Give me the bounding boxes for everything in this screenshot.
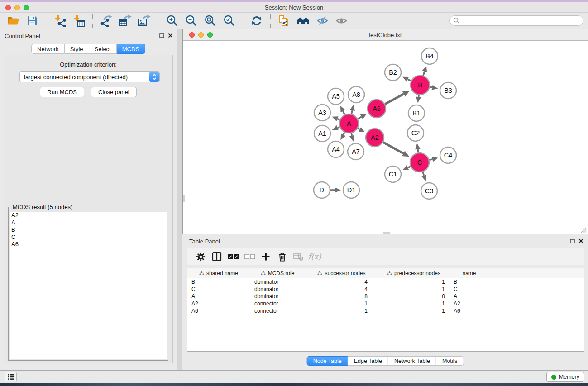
- graph-edge-B-B4[interactable]: [423, 71, 425, 76]
- graph-edge-A-A5[interactable]: [343, 111, 345, 114]
- graph-edge-C-C3[interactable]: [423, 172, 424, 176]
- vertical-scrollbar-thumb[interactable]: [183, 195, 185, 202]
- graph-edge-B-B1[interactable]: [419, 95, 419, 97]
- graph-node-D[interactable]: D: [314, 182, 330, 198]
- column-header-predecessor-nodes[interactable]: predecessor nodes: [378, 268, 449, 278]
- graph-node-A[interactable]: A: [339, 114, 359, 133]
- graph-edge-A6-B[interactable]: [385, 94, 403, 104]
- graph-node-B4[interactable]: B4: [421, 48, 438, 64]
- graph-edge-C-C4[interactable]: [429, 159, 432, 160]
- float-panel-icon[interactable]: [570, 239, 575, 243]
- close-panel-icon[interactable]: [578, 238, 583, 243]
- column-header-name[interactable]: name: [449, 268, 489, 278]
- graph-node-B2[interactable]: B2: [385, 64, 401, 81]
- tab-style[interactable]: Style: [65, 44, 89, 54]
- close-panel-icon[interactable]: [168, 33, 173, 38]
- tab-select[interactable]: Select: [89, 44, 117, 54]
- memory-button[interactable]: Memory: [546, 372, 584, 382]
- export-network-button[interactable]: [99, 14, 114, 28]
- resize-grip-icon[interactable]: [581, 227, 587, 233]
- graph-node-B1[interactable]: B1: [408, 105, 425, 121]
- export-image-button[interactable]: [137, 14, 152, 28]
- float-panel-icon[interactable]: [159, 33, 164, 38]
- graph-node-A2[interactable]: A2: [366, 129, 384, 147]
- graph-edge-A-A4[interactable]: [343, 133, 344, 135]
- tab-network-table[interactable]: Network Table: [388, 356, 436, 366]
- search-input[interactable]: [449, 15, 583, 26]
- column-header-MCDS-role[interactable]: MCDS role: [250, 268, 305, 278]
- graph-node-A6[interactable]: A6: [368, 100, 386, 118]
- network-canvas[interactable]: AA1A2A3A4A5A6A7A8BB1B2B3B4CC1C2C3C4DD1: [183, 41, 588, 234]
- table-row[interactable]: A2connector11A2: [187, 300, 584, 307]
- graph-edge-A-A8[interactable]: [351, 110, 352, 114]
- home-button[interactable]: [296, 14, 311, 28]
- column-header-shared-name[interactable]: shared name: [187, 268, 250, 278]
- search-box: [449, 15, 583, 26]
- graph-edge-B-B2[interactable]: [408, 79, 411, 81]
- graph-node-D1[interactable]: D1: [343, 182, 359, 198]
- graph-node-A5[interactable]: A5: [328, 88, 344, 105]
- graph-edge-A-A1[interactable]: [338, 127, 340, 128]
- graph-node-C1[interactable]: C1: [385, 166, 401, 182]
- table-row[interactable]: Cdominator41C: [187, 286, 584, 293]
- horizontal-scrollbar-thumb[interactable]: [383, 232, 390, 234]
- graph-edge-A-A2[interactable]: [358, 129, 359, 129]
- refresh-view-button[interactable]: [249, 14, 264, 28]
- graph-node-C2[interactable]: C2: [407, 125, 424, 141]
- graph-edge-C-C2[interactable]: [418, 149, 418, 152]
- create-column-button[interactable]: [258, 250, 274, 263]
- run-mcds-button[interactable]: Run MCDS: [40, 87, 84, 97]
- show-graphics-button[interactable]: [334, 14, 349, 28]
- column-settings-button[interactable]: [192, 250, 209, 263]
- graph-edge-A2-C[interactable]: [383, 142, 403, 153]
- zoom-in-button[interactable]: [164, 14, 180, 28]
- network-window-titlebar[interactable]: testGlobe.txt: [183, 29, 588, 41]
- delete-columns-button[interactable]: [274, 250, 290, 263]
- graph-edge-A-A6[interactable]: [358, 117, 361, 119]
- deselect-all-button[interactable]: [241, 250, 258, 263]
- mcds-result-list[interactable]: A2ABCA6: [10, 212, 167, 359]
- task-history-button[interactable]: [5, 372, 17, 381]
- close-panel-button[interactable]: Close panel: [91, 87, 137, 97]
- mcds-list-scrollbar[interactable]: [162, 212, 167, 359]
- graph-node-A8[interactable]: A8: [348, 86, 364, 103]
- table-row[interactable]: Bdominator41B: [187, 278, 584, 286]
- graph-node-A1[interactable]: A1: [314, 125, 330, 142]
- select-all-button[interactable]: [225, 250, 241, 263]
- save-session-button[interactable]: [24, 14, 40, 28]
- function-builder-button[interactable]: f(x): [306, 250, 323, 263]
- table-row[interactable]: Adominator80A: [187, 293, 584, 300]
- tab-edge-table[interactable]: Edge Table: [348, 356, 388, 366]
- import-table-button[interactable]: [71, 14, 86, 28]
- graph-node-A4[interactable]: A4: [328, 141, 344, 157]
- graph-node-A3[interactable]: A3: [314, 105, 330, 121]
- criterion-dropdown[interactable]: largest connected component (directed): [19, 71, 160, 82]
- tab-motifs[interactable]: Motifs: [436, 356, 464, 366]
- graph-node-A7[interactable]: A7: [348, 143, 364, 160]
- zoom-fit-button[interactable]: [202, 14, 218, 28]
- graph-edge-A-A7[interactable]: [351, 133, 352, 136]
- open-file-button[interactable]: [5, 14, 21, 28]
- new-session-from-network-button[interactable]: [277, 14, 292, 28]
- graph-edge-arrowhead: [432, 85, 438, 90]
- tab-node-table[interactable]: Node Table: [307, 356, 348, 366]
- graph-edge-C-C1[interactable]: [408, 167, 411, 168]
- bird-view-button[interactable]: [315, 14, 330, 28]
- import-network-button[interactable]: [52, 14, 67, 28]
- column-header-successor-nodes[interactable]: successor nodes: [305, 268, 378, 278]
- graph-edge-B-B3[interactable]: [430, 87, 432, 87]
- tab-network[interactable]: Network: [31, 44, 65, 54]
- table-row[interactable]: A6connector11A6: [187, 307, 584, 315]
- graph-node-B[interactable]: B: [411, 76, 430, 95]
- zoom-selected-button[interactable]: [221, 14, 237, 28]
- graph-node-C4[interactable]: C4: [440, 147, 456, 163]
- export-table-button[interactable]: [118, 14, 133, 28]
- graph-edge-A-A3[interactable]: [337, 119, 339, 120]
- graph-node-C3[interactable]: C3: [421, 183, 437, 199]
- tab-mcds[interactable]: MCDS: [117, 44, 145, 54]
- graph-node-C[interactable]: C: [410, 153, 429, 172]
- show-column-selector-button[interactable]: [209, 250, 225, 263]
- delete-table-button[interactable]: [290, 250, 306, 263]
- zoom-out-button[interactable]: [183, 14, 199, 28]
- graph-node-B3[interactable]: B3: [440, 82, 456, 99]
